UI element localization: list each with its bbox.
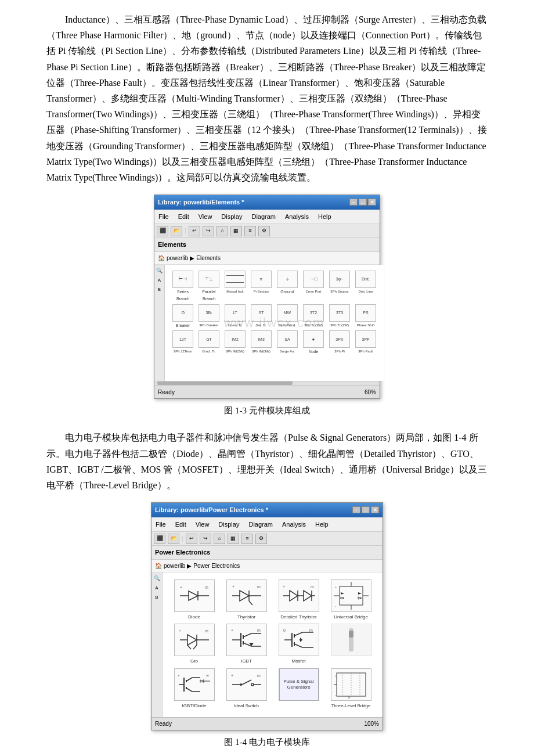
sidebar-zoom-out[interactable]: A bbox=[158, 276, 161, 285]
svg-marker-28 bbox=[358, 592, 362, 595]
svg-point-78 bbox=[240, 683, 242, 686]
toolbar-btn-home[interactable]: ⌂ bbox=[217, 226, 228, 236]
comp-3ph-trans3: 3T33Ph Tr.(3W) bbox=[327, 304, 352, 329]
menu-diagram-2[interactable]: Diagram bbox=[247, 519, 275, 531]
toolbar-btn2-open[interactable]: 📂 bbox=[168, 534, 179, 544]
sim-main-2: + m Diode bbox=[163, 573, 383, 717]
breadcrumb-1: 🏠 powerlib ▶ Elements bbox=[154, 252, 380, 265]
pe-igbt[interactable]: + m IGBT bbox=[222, 624, 271, 665]
close-btn-2[interactable]: ✕ bbox=[371, 506, 379, 513]
toolbar-btn2-new[interactable]: ⬛ bbox=[154, 534, 165, 544]
breadcrumb-icon-2: 🏠 bbox=[155, 561, 162, 571]
pe-pulse-signal[interactable]: Pulse & SignalGenerators bbox=[274, 668, 323, 710]
pe-ideal-switch[interactable]: + m Ideal Switch bbox=[222, 668, 271, 710]
toolbar-btn-list[interactable]: ≡ bbox=[244, 226, 256, 236]
toolbar-btn-undo[interactable]: ↩ bbox=[189, 226, 200, 236]
status-zoom-2: 100% bbox=[364, 719, 379, 729]
pe-detailed-thyristor[interactable]: + m Detailed Thyristor bbox=[274, 579, 323, 621]
svg-text:N: N bbox=[348, 696, 351, 699]
content-area-1: www.ilwcx.com ⊢⊣Series Branch ⊤⊥Parallel… bbox=[165, 265, 384, 381]
toolbar-btn2-redo[interactable]: ↪ bbox=[200, 534, 211, 544]
svg-rect-22 bbox=[340, 586, 363, 605]
status-ready-1: Ready bbox=[158, 387, 175, 397]
menu-edit-1[interactable]: Edit bbox=[176, 211, 191, 223]
svg-line-38 bbox=[193, 645, 197, 649]
breadcrumb-elements-1[interactable]: Elements bbox=[196, 253, 221, 263]
toolbar-btn-grid[interactable]: ▦ bbox=[230, 226, 242, 236]
comp-3ph-trans2: 3T23Ph Tr.(2W) bbox=[301, 304, 326, 329]
toolbar-btn-settings[interactable]: ⚙ bbox=[258, 226, 270, 236]
toolbar-btn-new[interactable]: ⬛ bbox=[157, 226, 168, 236]
breadcrumb-icon-1: 🏠 bbox=[158, 253, 165, 263]
breadcrumb-powerlib-1[interactable]: powerlib bbox=[167, 253, 188, 263]
svg-text:m: m bbox=[309, 628, 313, 632]
menu-view-1[interactable]: View bbox=[197, 211, 214, 223]
pe-thyristor[interactable]: + m Thyristor bbox=[222, 579, 271, 621]
left-sidebar-2: 🔍 A B bbox=[151, 573, 163, 717]
svg-line-69 bbox=[186, 688, 192, 692]
comp-3ph-src: 3φ~3Ph Source bbox=[327, 271, 352, 303]
titlebar-buttons-2[interactable]: ─ □ ✕ bbox=[352, 506, 379, 513]
menu-edit-2[interactable]: Edit bbox=[174, 519, 188, 531]
svg-text:m: m bbox=[257, 628, 261, 632]
pe-mosfet[interactable]: 0 m Mosfet bbox=[274, 624, 323, 665]
breadcrumb-pe-2[interactable]: Power Electronics bbox=[193, 561, 240, 571]
menu-help-1[interactable]: Help bbox=[316, 211, 333, 223]
menu-display-2[interactable]: Display bbox=[217, 519, 241, 531]
comp-3ph-12t: 12T3Ph 12Term bbox=[171, 330, 195, 355]
sidebar-zoom-in[interactable]: 🔍 bbox=[156, 267, 163, 275]
svg-text:+: + bbox=[180, 585, 182, 589]
toolbar-btn-redo[interactable]: ↪ bbox=[203, 226, 214, 236]
comp-parallel-branch: ⊤⊥Parallel Branch bbox=[197, 271, 221, 303]
sidebar2-zoom-in[interactable]: 🔍 bbox=[154, 574, 160, 583]
pe-thyristor-label: Thyristor bbox=[237, 613, 255, 621]
scrollbar-1[interactable] bbox=[154, 381, 380, 386]
toolbar-btn2-settings[interactable]: ⚙ bbox=[255, 534, 267, 544]
svg-text:+: + bbox=[178, 674, 180, 677]
menu-analysis-1[interactable]: Analysis bbox=[283, 211, 311, 223]
comp-pi-section: πPi Section bbox=[249, 271, 273, 303]
maximize-btn-1[interactable]: □ bbox=[359, 199, 367, 206]
paragraph-2: 电力电子模块库包括电力电子器件和脉冲信号发生器（Pulse & Signal G… bbox=[46, 430, 488, 493]
svg-text:+: + bbox=[335, 674, 337, 678]
minimize-btn-2[interactable]: ─ bbox=[352, 506, 360, 513]
svg-text:+: + bbox=[231, 674, 233, 678]
content-layout-2: 🔍 A B bbox=[151, 573, 383, 717]
titlebar-buttons-1[interactable]: ─ □ ✕ bbox=[349, 199, 376, 206]
comp-dist-line: Dist.Dist. Line bbox=[353, 271, 378, 303]
toolbar-btn2-home[interactable]: ⌂ bbox=[214, 534, 225, 544]
components-grid-1: ⊢⊣Series Branch ⊤⊥Parallel Branch Mutual… bbox=[168, 268, 380, 358]
toolbar-btn2-list[interactable]: ≡ bbox=[241, 534, 253, 544]
toolbar-btn-open[interactable]: 📂 bbox=[171, 226, 182, 236]
toolbar-btn2-grid[interactable]: ▦ bbox=[228, 534, 239, 544]
toolbar-1: ⬛ 📂 | ↩ ↪ ⌂ ▦ ≡ ⚙ bbox=[154, 224, 380, 238]
close-btn-1[interactable]: ✕ bbox=[368, 199, 376, 206]
menu-display-1[interactable]: Display bbox=[219, 211, 244, 223]
minimize-btn-1[interactable]: ─ bbox=[349, 199, 358, 206]
svg-line-10 bbox=[249, 601, 252, 605]
svg-text:+: + bbox=[231, 628, 233, 632]
sidebar-fit[interactable]: B bbox=[158, 286, 161, 294]
svg-marker-7 bbox=[240, 591, 249, 601]
pe-igbt-diode[interactable]: + m IGBT/Diode bbox=[169, 668, 219, 710]
maximize-btn-2[interactable]: □ bbox=[362, 506, 370, 513]
svg-text:-: - bbox=[335, 604, 336, 608]
menu-file-2[interactable]: File bbox=[154, 519, 168, 531]
menu-help-2[interactable]: Help bbox=[313, 519, 330, 531]
pe-three-level-bridge[interactable]: + - N Three-Level Bridge bbox=[326, 668, 376, 710]
menu-view-2[interactable]: View bbox=[194, 519, 211, 531]
sidebar2-b[interactable]: B bbox=[155, 593, 158, 602]
pe-universal-bridge[interactable]: + - Universal Bridge bbox=[326, 579, 376, 621]
menu-analysis-2[interactable]: Analysis bbox=[280, 519, 308, 531]
pe-gto[interactable]: + m Gto bbox=[169, 624, 219, 665]
pe-diode[interactable]: + m Diode bbox=[169, 579, 219, 621]
breadcrumb-powerlib-2[interactable]: powerlib bbox=[164, 561, 185, 571]
sidebar2-a[interactable]: A bbox=[155, 584, 158, 592]
toolbar-btn2-undo[interactable]: ↩ bbox=[186, 534, 197, 544]
menu-diagram-1[interactable]: Diagram bbox=[250, 211, 277, 223]
menubar-2: File Edit View Display Diagram Analysis … bbox=[151, 517, 383, 532]
svg-line-56 bbox=[294, 632, 302, 636]
menu-file-1[interactable]: File bbox=[157, 211, 171, 223]
pe-gto-label: Gto bbox=[190, 657, 198, 665]
elements-library-window: Library: powerlib/Elements * ─ □ ✕ File … bbox=[154, 195, 380, 399]
